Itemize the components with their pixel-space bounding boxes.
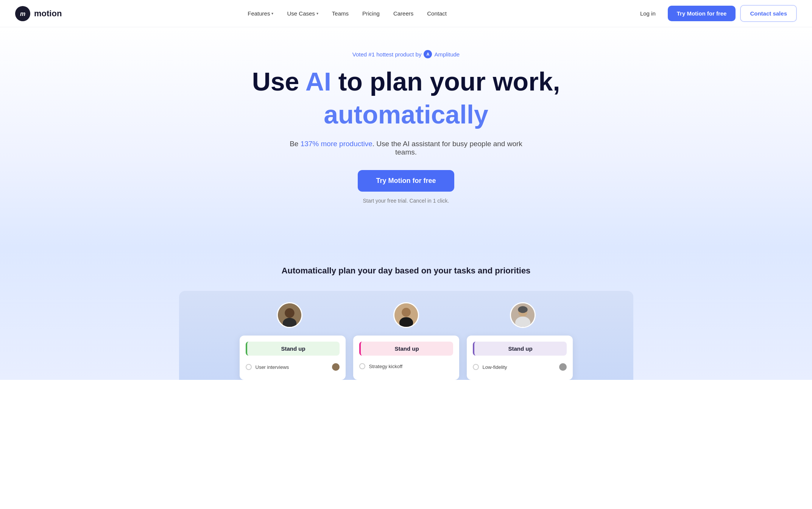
svg-point-2 bbox=[285, 308, 295, 318]
amplitude-icon: A bbox=[424, 50, 432, 58]
dashboard-preview: Stand up User interviews Stand up Strate… bbox=[179, 291, 633, 380]
card-1-header: Stand up bbox=[246, 342, 340, 356]
task-card-3: Stand up Low-fidelity bbox=[467, 336, 573, 380]
cards-row: Stand up User interviews Stand up Strate… bbox=[187, 336, 626, 380]
task-avatar-small bbox=[559, 363, 567, 371]
try-motion-free-button[interactable]: Try Motion for free bbox=[668, 6, 736, 21]
task-item-3: Low-fidelity bbox=[473, 360, 567, 374]
card-3-header: Stand up bbox=[473, 342, 567, 356]
hero-badge: Voted #1 hottest product by A Amplitude bbox=[352, 50, 460, 58]
nav-link-use-cases[interactable]: Use Cases ▾ bbox=[281, 7, 324, 20]
login-button[interactable]: Log in bbox=[633, 6, 663, 20]
hero-description-suffix: . Use the AI assistant for busy people a… bbox=[372, 140, 522, 156]
hero-section: Voted #1 hottest product by A Amplitude … bbox=[0, 27, 812, 247]
auto-plan-section: Automatically plan your day based on you… bbox=[0, 247, 812, 380]
logo-text: motion bbox=[34, 9, 62, 19]
hero-cta-subtext: Start your free trial. Cancel in 1 click… bbox=[363, 198, 449, 204]
svg-text:m: m bbox=[20, 11, 25, 17]
nav-link-careers[interactable]: Careers bbox=[387, 7, 419, 20]
card-2-header: Stand up bbox=[359, 342, 453, 356]
hero-description: Be 137% more productive. Use the AI assi… bbox=[289, 140, 524, 156]
hero-title-prefix: Use bbox=[252, 67, 305, 96]
chevron-down-icon: ▾ bbox=[271, 11, 273, 16]
task-avatar-small bbox=[332, 363, 340, 371]
avatar-2 bbox=[393, 302, 419, 328]
chevron-down-icon: ▾ bbox=[316, 11, 318, 16]
logo-link[interactable]: m motion bbox=[15, 6, 62, 21]
auto-plan-title: Automatically plan your day based on you… bbox=[8, 266, 804, 276]
task-item-1: User interviews bbox=[246, 360, 340, 374]
nav-link-teams[interactable]: Teams bbox=[326, 7, 355, 20]
nav-link-contact[interactable]: Contact bbox=[421, 7, 453, 20]
badge-text: Voted #1 hottest product by bbox=[352, 51, 422, 58]
contact-sales-button[interactable]: Contact sales bbox=[740, 5, 797, 22]
svg-point-10 bbox=[518, 306, 528, 313]
task-checkbox[interactable] bbox=[473, 364, 479, 370]
nav-link-pricing[interactable]: Pricing bbox=[356, 7, 386, 20]
amplitude-brand: Amplitude bbox=[434, 51, 460, 58]
nav-link-features[interactable]: Features ▾ bbox=[242, 7, 279, 20]
hero-cta-button[interactable]: Try Motion for free bbox=[358, 170, 454, 192]
task-card-1: Stand up User interviews bbox=[240, 336, 346, 380]
nav-links: Features ▾ Use Cases ▾ Teams Pricing Car… bbox=[242, 7, 453, 20]
hero-description-prefix: Be bbox=[290, 140, 301, 148]
svg-point-6 bbox=[399, 317, 413, 328]
task-item-2: Strategy kickoff bbox=[359, 360, 453, 372]
hero-title: Use AI to plan your work, bbox=[252, 67, 560, 96]
svg-point-5 bbox=[402, 308, 411, 317]
avatars-row bbox=[277, 302, 536, 328]
task-card-2: Stand up Strategy kickoff bbox=[353, 336, 459, 380]
task-checkbox[interactable] bbox=[359, 363, 365, 369]
nav-actions: Log in Try Motion for free Contact sales bbox=[633, 5, 797, 22]
hero-description-highlight: 137% more productive bbox=[301, 140, 372, 148]
logo-icon: m bbox=[15, 6, 30, 21]
hero-title-suffix: to plan your work, bbox=[331, 67, 560, 96]
navbar: m motion Features ▾ Use Cases ▾ Teams Pr… bbox=[0, 0, 812, 27]
avatar-3 bbox=[510, 302, 536, 328]
avatar-1 bbox=[277, 302, 302, 328]
task-checkbox[interactable] bbox=[246, 364, 252, 370]
hero-title-ai: AI bbox=[305, 67, 331, 96]
hero-subtitle-auto: automatically bbox=[324, 100, 488, 129]
